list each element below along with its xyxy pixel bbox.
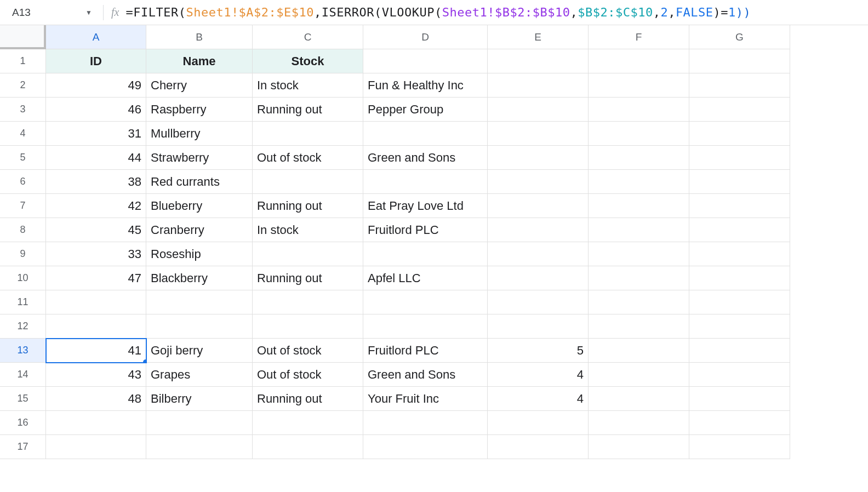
- cell-F17[interactable]: [589, 435, 689, 459]
- cell-A15[interactable]: 48: [46, 387, 146, 411]
- cell-D5[interactable]: Green and Sons: [363, 146, 488, 170]
- row-header-7[interactable]: 7: [0, 194, 46, 218]
- cell-F11[interactable]: [589, 290, 689, 314]
- cell-B2[interactable]: Cherry: [146, 73, 253, 98]
- row-header-4[interactable]: 4: [0, 122, 46, 146]
- cell-D6[interactable]: [363, 170, 488, 194]
- cell-A16[interactable]: [46, 411, 146, 435]
- row-header-17[interactable]: 17: [0, 435, 46, 459]
- cell-A4[interactable]: 31: [46, 122, 146, 146]
- column-header-A[interactable]: A: [46, 25, 146, 49]
- cell-E8[interactable]: [488, 218, 589, 242]
- cell-C17[interactable]: [253, 435, 363, 459]
- cell-A3[interactable]: 46: [46, 98, 146, 122]
- cell-C8[interactable]: In stock: [253, 218, 363, 242]
- cell-A13[interactable]: 41: [46, 339, 146, 363]
- row-header-16[interactable]: 16: [0, 411, 46, 435]
- cell-G10[interactable]: [689, 266, 790, 290]
- column-header-B[interactable]: B: [146, 25, 253, 49]
- name-box[interactable]: A13 ▼: [4, 0, 98, 25]
- cell-C14[interactable]: Out of stock: [253, 363, 363, 387]
- cell-B8[interactable]: Cranberry: [146, 218, 253, 242]
- column-header-C[interactable]: C: [253, 25, 363, 49]
- row-header-3[interactable]: 3: [0, 98, 46, 122]
- cell-D17[interactable]: [363, 435, 488, 459]
- cell-F12[interactable]: [589, 314, 689, 339]
- column-header-D[interactable]: D: [363, 25, 488, 49]
- cell-B1[interactable]: Name: [146, 49, 253, 73]
- cell-G14[interactable]: [689, 363, 790, 387]
- row-header-5[interactable]: 5: [0, 146, 46, 170]
- cell-G7[interactable]: [689, 194, 790, 218]
- row-header-15[interactable]: 15: [0, 387, 46, 411]
- cell-C16[interactable]: [253, 411, 363, 435]
- cell-F6[interactable]: [589, 170, 689, 194]
- cell-C10[interactable]: Running out: [253, 266, 363, 290]
- cell-B17[interactable]: [146, 435, 253, 459]
- cell-E2[interactable]: [488, 73, 589, 98]
- row-header-13[interactable]: 13: [0, 339, 46, 363]
- cell-C4[interactable]: [253, 122, 363, 146]
- cell-D13[interactable]: Fruitlord PLC: [363, 339, 488, 363]
- row-header-10[interactable]: 10: [0, 266, 46, 290]
- cell-G8[interactable]: [689, 218, 790, 242]
- cell-A7[interactable]: 42: [46, 194, 146, 218]
- cell-C15[interactable]: Running out: [253, 387, 363, 411]
- cell-G16[interactable]: [689, 411, 790, 435]
- cell-E16[interactable]: [488, 411, 589, 435]
- cell-B7[interactable]: Blueberry: [146, 194, 253, 218]
- row-header-8[interactable]: 8: [0, 218, 46, 242]
- row-header-6[interactable]: 6: [0, 170, 46, 194]
- cell-C12[interactable]: [253, 314, 363, 339]
- cell-A17[interactable]: [46, 435, 146, 459]
- cell-F14[interactable]: [589, 363, 689, 387]
- row-header-14[interactable]: 14: [0, 363, 46, 387]
- cell-E9[interactable]: [488, 242, 589, 266]
- cell-F5[interactable]: [589, 146, 689, 170]
- cell-C7[interactable]: Running out: [253, 194, 363, 218]
- formula-input[interactable]: =FILTER(Sheet1!$A$2:$E$10,ISERROR(VLOOKU…: [125, 5, 751, 19]
- cell-G13[interactable]: [689, 339, 790, 363]
- cell-F3[interactable]: [589, 98, 689, 122]
- cell-B9[interactable]: Roseship: [146, 242, 253, 266]
- cell-D1[interactable]: [363, 49, 488, 73]
- column-header-G[interactable]: G: [689, 25, 790, 49]
- cell-A10[interactable]: 47: [46, 266, 146, 290]
- cell-D15[interactable]: Your Fruit Inc: [363, 387, 488, 411]
- cell-B4[interactable]: Mullberry: [146, 122, 253, 146]
- cell-C11[interactable]: [253, 290, 363, 314]
- cell-B5[interactable]: Strawberry: [146, 146, 253, 170]
- cell-E14[interactable]: 4: [488, 363, 589, 387]
- cell-F9[interactable]: [589, 242, 689, 266]
- cell-E11[interactable]: [488, 290, 589, 314]
- cell-F8[interactable]: [589, 218, 689, 242]
- cell-G17[interactable]: [689, 435, 790, 459]
- cell-A1[interactable]: ID: [46, 49, 146, 73]
- cell-E15[interactable]: 4: [488, 387, 589, 411]
- cell-D4[interactable]: [363, 122, 488, 146]
- cell-F4[interactable]: [589, 122, 689, 146]
- name-box-dropdown-icon[interactable]: ▼: [85, 9, 92, 16]
- cell-D2[interactable]: Fun & Healthy Inc: [363, 73, 488, 98]
- cell-C3[interactable]: Running out: [253, 98, 363, 122]
- cell-D10[interactable]: Apfel LLC: [363, 266, 488, 290]
- cell-E13[interactable]: 5: [488, 339, 589, 363]
- cell-A11[interactable]: [46, 290, 146, 314]
- cell-C1[interactable]: Stock: [253, 49, 363, 73]
- cell-D9[interactable]: [363, 242, 488, 266]
- select-all-corner[interactable]: [0, 25, 46, 49]
- cell-A5[interactable]: 44: [46, 146, 146, 170]
- cell-F15[interactable]: [589, 387, 689, 411]
- cell-C9[interactable]: [253, 242, 363, 266]
- cell-G3[interactable]: [689, 98, 790, 122]
- cell-E17[interactable]: [488, 435, 589, 459]
- cell-G12[interactable]: [689, 314, 790, 339]
- cell-E4[interactable]: [488, 122, 589, 146]
- cell-F10[interactable]: [589, 266, 689, 290]
- cell-G1[interactable]: [689, 49, 790, 73]
- cell-G15[interactable]: [689, 387, 790, 411]
- cell-E5[interactable]: [488, 146, 589, 170]
- cell-D3[interactable]: Pepper Group: [363, 98, 488, 122]
- cell-C6[interactable]: [253, 170, 363, 194]
- cell-B11[interactable]: [146, 290, 253, 314]
